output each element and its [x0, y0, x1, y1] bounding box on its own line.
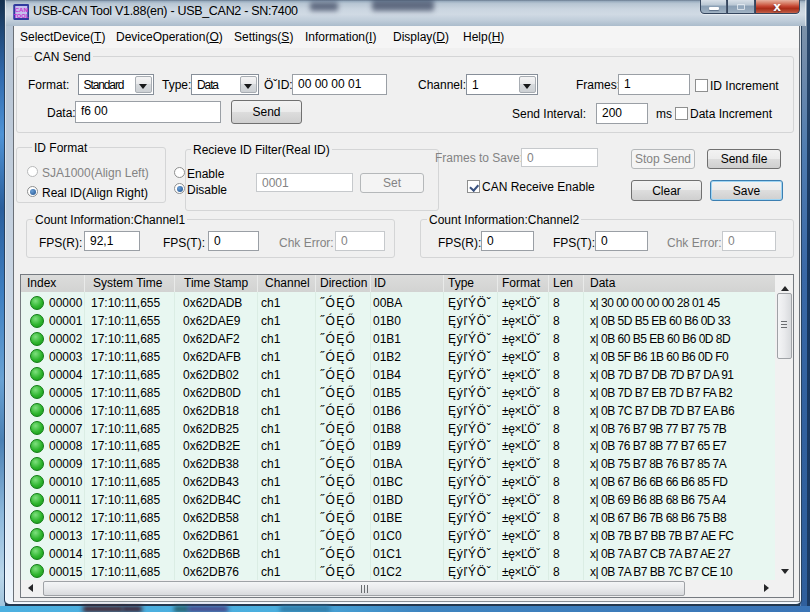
- svg-text:TOOL: TOOL: [13, 13, 29, 19]
- svg-text:CAN: CAN: [14, 7, 27, 13]
